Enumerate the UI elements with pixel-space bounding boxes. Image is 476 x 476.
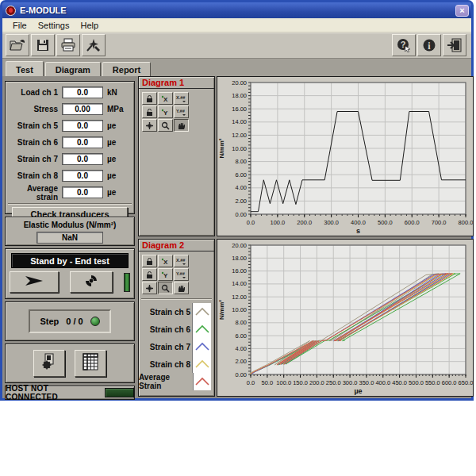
- legend-label: Average Strain: [139, 373, 191, 390]
- legend-label: Strain ch 5: [150, 308, 190, 317]
- step-panel: Step 0 / 0: [5, 301, 135, 341]
- elastic-modulus-label: Elastic Modulus (N/mm²): [6, 221, 134, 229]
- step-led: [90, 317, 100, 326]
- zoom-icon[interactable]: [158, 119, 173, 132]
- window-title: E-MODULE: [20, 6, 455, 15]
- play-dart-icon: [22, 274, 46, 291]
- close-button[interactable]: ×: [455, 5, 469, 17]
- tab-diagram[interactable]: Diagram: [45, 62, 101, 76]
- readout-unit: kN: [107, 88, 131, 97]
- svg-text:4.00: 4.00: [235, 184, 247, 191]
- stress-field[interactable]: 0.00: [62, 103, 103, 115]
- svg-text:2.00: 2.00: [235, 358, 247, 365]
- svg-text:X: X: [163, 259, 168, 266]
- menu-help[interactable]: Help: [75, 20, 104, 31]
- settings-icon: [85, 38, 102, 52]
- open-button[interactable]: [6, 34, 29, 56]
- data-table-button[interactable]: [75, 350, 106, 377]
- format-y-icon[interactable]: Y.##: [174, 268, 189, 281]
- help-icon: ?: [395, 38, 413, 52]
- step-value: 0 / 0: [66, 317, 83, 326]
- readout-row: Strain ch 60.0µe: [6, 134, 134, 151]
- exit-icon: [446, 38, 463, 52]
- readout-label: Average strain: [9, 184, 58, 202]
- svg-text:16.00: 16.00: [232, 267, 247, 274]
- lock-closed-icon[interactable]: [142, 92, 157, 105]
- spreadsheet-icon: [81, 352, 100, 374]
- format-x-icon[interactable]: X.##: [174, 92, 189, 105]
- machine-setup-button[interactable]: [33, 350, 65, 377]
- pan-hand-icon[interactable]: [174, 119, 189, 132]
- crosshair-icon[interactable]: [142, 119, 157, 132]
- print-button[interactable]: [56, 34, 80, 56]
- series-swatch[interactable]: [192, 338, 211, 355]
- series-swatch[interactable]: [193, 373, 211, 390]
- svg-text:18.00: 18.00: [232, 255, 247, 262]
- stop-button[interactable]: [70, 271, 113, 293]
- tab-test[interactable]: Test: [6, 61, 44, 76]
- info-button[interactable]: i: [417, 34, 441, 56]
- graph-palette-2: X X.## Y Y.##: [139, 251, 194, 295]
- autoscale-y-icon[interactable]: Y: [158, 268, 173, 281]
- host-status-panel: HOST NOT CONNECTED: [5, 386, 135, 400]
- svg-text:150.0: 150.0: [293, 379, 308, 386]
- readout-row: Strain ch 70.0µe: [6, 151, 134, 167]
- divider: [8, 203, 132, 205]
- exit-button[interactable]: [443, 34, 466, 56]
- tab-report[interactable]: Report: [102, 62, 151, 76]
- format-y-icon[interactable]: Y.##: [174, 106, 189, 118]
- readout-label: Strain ch 5: [9, 121, 58, 130]
- average-strain-field[interactable]: 0.0: [62, 186, 103, 198]
- legend-row: Strain ch 8: [139, 355, 211, 373]
- lock-open-icon[interactable]: [142, 268, 157, 281]
- help-button[interactable]: ?: [392, 34, 416, 56]
- crosshair-icon[interactable]: [142, 282, 157, 294]
- svg-text:0.0: 0.0: [247, 219, 255, 226]
- run-led: [124, 273, 130, 292]
- series-swatch[interactable]: [192, 321, 211, 338]
- svg-text:300.0: 300.0: [324, 219, 339, 226]
- strain-ch8-field[interactable]: 0.0: [62, 170, 103, 182]
- svg-text:X.##: X.##: [176, 95, 185, 100]
- legend-label: Strain ch 6: [150, 325, 190, 334]
- format-x-icon[interactable]: X.##: [174, 255, 189, 267]
- svg-text:700.0: 700.0: [432, 219, 447, 226]
- series-swatch[interactable]: [192, 355, 211, 373]
- lock-closed-icon[interactable]: [142, 255, 157, 267]
- svg-text:500.0: 500.0: [409, 379, 424, 386]
- lock-open-icon[interactable]: [142, 106, 157, 118]
- status-display: Stand by - End test: [11, 253, 129, 268]
- start-button[interactable]: [10, 271, 59, 293]
- svg-text:s: s: [356, 227, 360, 235]
- time-chart-panel: 0.0100.0200.0300.0400.0500.0600.0700.080…: [217, 76, 474, 236]
- autoscale-y-icon[interactable]: Y: [158, 106, 173, 118]
- autoscale-x-icon[interactable]: X: [158, 92, 173, 105]
- menu-file[interactable]: File: [7, 20, 33, 31]
- svg-text:100.0: 100.0: [270, 219, 285, 226]
- readout-row: Strain ch 80.0µe: [6, 167, 134, 184]
- svg-text:6.00: 6.00: [235, 171, 247, 178]
- svg-text:0.00: 0.00: [235, 371, 247, 378]
- strain-ch7-field[interactable]: 0.0: [62, 153, 103, 165]
- save-button[interactable]: [31, 34, 55, 56]
- load-ch1-field[interactable]: 0.0: [62, 86, 103, 98]
- title-bar[interactable]: E-MODULE ×: [2, 2, 471, 18]
- series-swatch[interactable]: [192, 303, 211, 321]
- diagram2-panel: Diagram 2 X X.## Y Y.##: [138, 239, 215, 397]
- settings-button[interactable]: [82, 34, 106, 56]
- host-status-text: HOST NOT CONNECTED: [6, 384, 99, 401]
- svg-text:X.##: X.##: [176, 258, 185, 263]
- menu-bar: File Settings Help: [2, 18, 471, 33]
- tools-panel: [5, 344, 135, 383]
- readout-row: Strain ch 50.0µe: [6, 117, 134, 134]
- host-led: [105, 388, 134, 397]
- strain-ch6-field[interactable]: 0.0: [62, 136, 103, 148]
- legend-row: Strain ch 6: [139, 321, 211, 338]
- autoscale-x-icon[interactable]: X: [158, 255, 173, 267]
- pan-hand-icon[interactable]: [174, 282, 189, 294]
- strain-ch5-field[interactable]: 0.0: [62, 120, 103, 132]
- svg-text:550.0: 550.0: [425, 379, 440, 386]
- zoom-icon[interactable]: [158, 282, 173, 294]
- svg-text:8.00: 8.00: [235, 319, 247, 326]
- menu-settings[interactable]: Settings: [33, 20, 75, 31]
